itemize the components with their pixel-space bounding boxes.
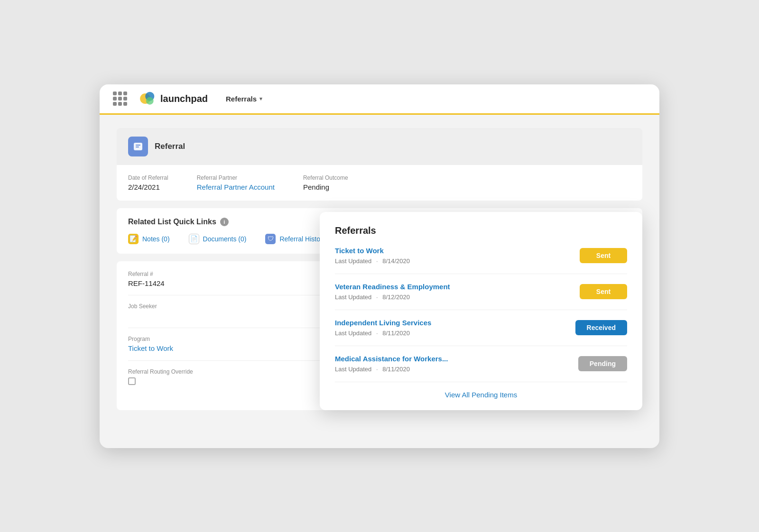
history-icon: 🛡 xyxy=(265,234,276,244)
related-list-title-text: Related List Quick Links xyxy=(128,218,216,226)
referral-row-name[interactable]: Medical Assistance for Workers... xyxy=(335,355,448,363)
referral-row: Veteran Readiness & Employment Last Upda… xyxy=(335,283,627,301)
date-of-referral-field: Date of Referral 2/24/2021 xyxy=(128,174,168,191)
referral-outcome-value: Pending xyxy=(303,183,348,191)
status-badge: Pending xyxy=(578,356,627,371)
notes-link-label: Notes (0) xyxy=(142,235,170,243)
referral-row-date: Last Updated · 8/12/2020 xyxy=(335,294,410,301)
referral-row: Medical Assistance for Workers... Last U… xyxy=(335,355,627,373)
referral-partner-field: Referral Partner Referral Partner Accoun… xyxy=(197,174,275,191)
referral-row-info: Veteran Readiness & Employment Last Upda… xyxy=(335,283,450,301)
date-dot: · xyxy=(376,257,378,265)
logo-icon xyxy=(139,90,157,108)
referral-row-name[interactable]: Ticket to Work xyxy=(335,247,410,255)
referral-fields-row: Date of Referral 2/24/2021 Referral Part… xyxy=(117,165,642,201)
referral-partner-value[interactable]: Referral Partner Account xyxy=(197,183,275,191)
chevron-down-icon: ▾ xyxy=(259,96,262,102)
status-badge: Sent xyxy=(580,248,627,263)
referrals-popup: Referrals Ticket to Work Last Updated · … xyxy=(320,212,642,410)
date-dot: · xyxy=(376,294,378,301)
row-divider xyxy=(335,346,627,346)
logo-area: launchpad xyxy=(139,90,208,108)
referral-partner-label: Referral Partner xyxy=(197,174,275,181)
referral-row-info: Medical Assistance for Workers... Last U… xyxy=(335,355,448,373)
info-icon[interactable]: i xyxy=(220,218,229,226)
referral-outcome-label: Referral Outcome xyxy=(303,174,348,181)
top-nav: launchpad Referrals ▾ xyxy=(100,84,659,115)
referral-row: Independent Living Services Last Updated… xyxy=(335,319,627,337)
row-divider xyxy=(335,310,627,310)
routing-override-checkbox[interactable] xyxy=(128,377,136,385)
svg-point-2 xyxy=(146,97,154,105)
status-badge: Received xyxy=(575,320,627,335)
documents-link-label: Documents (0) xyxy=(203,235,247,243)
referral-row-date: Last Updated · 8/11/2020 xyxy=(335,330,410,337)
referral-row-info: Ticket to Work Last Updated · 8/14/2020 xyxy=(335,247,410,265)
referral-icon-box xyxy=(128,137,148,156)
referral-row-date: Last Updated · 8/14/2020 xyxy=(335,257,410,265)
notes-link[interactable]: 📝 Notes (0) xyxy=(128,234,170,244)
referral-icon xyxy=(132,141,144,152)
referrals-tab[interactable]: Referrals ▾ xyxy=(219,84,269,115)
referral-title-row: Referral xyxy=(117,128,642,165)
referral-rows-container: Ticket to Work Last Updated · 8/14/2020 … xyxy=(335,247,627,373)
documents-icon: 📄 xyxy=(189,234,199,244)
notes-icon: 📝 xyxy=(128,234,139,244)
view-all-link[interactable]: View All Pending Items xyxy=(335,391,627,399)
svg-rect-5 xyxy=(136,147,139,147)
popup-divider xyxy=(335,382,627,382)
referral-row-info: Independent Living Services Last Updated… xyxy=(335,319,431,337)
cards-area: Referral # REF-11424 Job Seeker ✏ Progra… xyxy=(117,261,642,410)
popup-title: Referrals xyxy=(335,225,627,236)
date-of-referral-value: 2/24/2021 xyxy=(128,183,168,191)
date-of-referral-label: Date of Referral xyxy=(128,174,168,181)
referral-number-text: REF-11424 xyxy=(128,279,165,287)
svg-rect-4 xyxy=(136,145,140,146)
program-text[interactable]: Ticket to Work xyxy=(128,344,173,352)
referral-header-card: Referral Date of Referral 2/24/2021 Refe… xyxy=(117,128,642,201)
referral-title: Referral xyxy=(155,142,185,151)
app-name: launchpad xyxy=(160,93,208,104)
referral-row-name[interactable]: Independent Living Services xyxy=(335,319,431,327)
main-window: launchpad Referrals ▾ Referral xyxy=(100,84,659,448)
row-divider xyxy=(335,274,627,274)
main-content: Referral Date of Referral 2/24/2021 Refe… xyxy=(100,115,659,448)
referrals-tab-label: Referrals xyxy=(226,95,257,103)
documents-link[interactable]: 📄 Documents (0) xyxy=(189,234,247,244)
referral-row-date: Last Updated · 8/11/2020 xyxy=(335,366,410,373)
referral-row-name[interactable]: Veteran Readiness & Employment xyxy=(335,283,450,291)
date-dot: · xyxy=(376,330,378,337)
status-badge: Sent xyxy=(580,284,627,299)
apps-icon[interactable] xyxy=(113,92,127,106)
date-dot: · xyxy=(376,366,378,373)
referral-outcome-field: Referral Outcome Pending xyxy=(303,174,348,191)
referral-row: Ticket to Work Last Updated · 8/14/2020 … xyxy=(335,247,627,265)
